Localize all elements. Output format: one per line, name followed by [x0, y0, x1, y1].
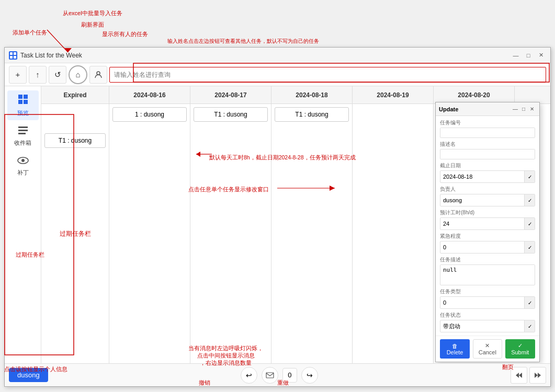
- col-header-0818: 2024-08-18: [271, 86, 353, 103]
- ann-show-all: 显示所有人的任务: [102, 30, 148, 38]
- check-hours-btn[interactable]: ✓: [524, 218, 535, 229]
- svg-marker-11: [516, 373, 519, 378]
- dialog-maximize[interactable]: □: [519, 105, 528, 113]
- col-header-0817: 2024-08-17: [190, 86, 271, 103]
- input-description[interactable]: null: [440, 265, 535, 284]
- svg-point-9: [21, 159, 25, 162]
- label-task-type: 任务类型: [440, 288, 535, 295]
- task-cell-expired[interactable]: T1 : dusong: [44, 133, 106, 148]
- input-task-id[interactable]: [440, 128, 535, 137]
- form-row-task-status: 任务状态 ✓: [440, 312, 535, 332]
- dialog-title: Update: [439, 106, 458, 112]
- label-task-status: 任务状态: [440, 312, 535, 319]
- input-task-name[interactable]: [440, 149, 535, 159]
- main-content: Expired 2024-08-16 2024-08-17 2024-08-18…: [41, 86, 550, 363]
- check-priority-btn[interactable]: ✓: [524, 241, 535, 253]
- form-row-task-name: 描述名: [440, 141, 535, 159]
- redo-button[interactable]: ↪: [301, 367, 318, 384]
- form-row-task-type: 任务类型 ✓: [440, 288, 535, 309]
- submit-button[interactable]: ✓ Submit: [505, 339, 535, 359]
- check-task-type-btn[interactable]: ✓: [524, 297, 535, 308]
- svg-marker-14: [538, 373, 541, 378]
- task-cell-0817-r1[interactable]: T1 : dusong: [194, 107, 268, 122]
- svg-rect-5: [18, 126, 28, 128]
- col-header-0819: 2024-08-19: [353, 86, 434, 103]
- svg-rect-1: [18, 95, 22, 99]
- home-button[interactable]: ⌂: [69, 65, 87, 84]
- search-input[interactable]: [109, 67, 546, 83]
- grid-col-0816: 1 : dusong: [109, 104, 190, 363]
- minimize-button[interactable]: —: [511, 50, 521, 61]
- svg-rect-6: [18, 130, 28, 131]
- svg-point-0: [97, 72, 100, 75]
- dialog-close[interactable]: ✕: [528, 105, 536, 113]
- dialog-minimize[interactable]: —: [511, 105, 519, 113]
- sidebar: 预览 收件箱 补丁: [5, 86, 41, 363]
- dialog-body: 任务编号 描述名 截止日期: [436, 116, 539, 336]
- svg-rect-7: [18, 133, 26, 134]
- sidebar-item-patch[interactable]: 补丁: [7, 152, 39, 180]
- add-task-button[interactable]: +: [9, 66, 27, 84]
- grid-col-0819: [353, 104, 434, 363]
- input-task-type[interactable]: [440, 298, 524, 307]
- sidebar-label-patch: 补丁: [17, 169, 29, 177]
- label-assignee: 负责人: [440, 186, 535, 193]
- mail-button[interactable]: [262, 367, 278, 384]
- sidebar-item-preview[interactable]: 预览: [7, 90, 39, 120]
- svg-rect-3: [18, 100, 22, 104]
- col-header-expired: Expired: [41, 86, 109, 103]
- list-icon: [17, 125, 29, 137]
- maximize-button[interactable]: □: [523, 50, 534, 61]
- input-assignee[interactable]: [440, 195, 524, 205]
- user-button[interactable]: dusong: [9, 368, 48, 382]
- svg-marker-12: [519, 373, 522, 378]
- form-row-task-id: 任务编号: [440, 119, 535, 138]
- col-header-0816: 2024-08-16: [109, 86, 190, 103]
- message-badge: 0: [282, 368, 297, 383]
- input-task-status[interactable]: [440, 321, 524, 331]
- sidebar-item-inbox[interactable]: 收件箱: [7, 122, 39, 150]
- label-task-name: 描述名: [440, 141, 535, 148]
- grid-col-0817: T1 : dusong: [190, 104, 271, 363]
- task-cell-0816-r1[interactable]: 1 : dusong: [112, 107, 187, 122]
- col-header-0820: 2024-08-20: [434, 86, 515, 103]
- input-priority[interactable]: [440, 243, 524, 252]
- grid-col-0818: T1 : dusong: [271, 104, 353, 363]
- status-bar: dusong ↩ 0 ↪: [5, 363, 550, 386]
- check-task-status-btn[interactable]: ✓: [524, 320, 535, 332]
- eye-icon: [17, 155, 29, 167]
- check-deadline-btn[interactable]: ✓: [524, 171, 535, 182]
- window-body: 预览 收件箱 补丁: [5, 86, 550, 363]
- svg-rect-4: [24, 100, 28, 104]
- main-window: Task List for the Week — □ ✕ + ↑ ↺ ⌂: [4, 47, 551, 387]
- label-task-id: 任务编号: [440, 119, 535, 126]
- ann-query-hint: 输入姓名点击左边按钮可查看其他人任务，默认不写为自己的任务: [167, 38, 319, 45]
- next-page-button[interactable]: [529, 367, 546, 384]
- check-assignee-btn[interactable]: ✓: [524, 194, 535, 206]
- title-bar: Task List for the Week — □ ✕: [5, 48, 550, 63]
- ann-refresh: 刷新界面: [81, 21, 104, 29]
- dialog-title-bar: Update — □ ✕: [436, 102, 539, 116]
- toolbar: + ↑ ↺ ⌂: [5, 63, 550, 86]
- delete-button[interactable]: 🗑 Delete: [440, 339, 470, 359]
- close-button[interactable]: ✕: [536, 50, 546, 61]
- sidebar-label-preview: 预览: [17, 109, 29, 117]
- label-priority: 紧急程度: [440, 233, 535, 240]
- task-cell-0818-r1[interactable]: T1 : dusong: [275, 107, 349, 122]
- prev-page-button[interactable]: [511, 367, 527, 384]
- input-deadline[interactable]: [440, 172, 524, 181]
- input-hours[interactable]: [440, 219, 524, 228]
- import-button[interactable]: ↑: [29, 66, 47, 84]
- window-controls: — □ ✕: [511, 50, 546, 61]
- person-button[interactable]: [89, 66, 107, 84]
- label-description: 任务描述: [440, 256, 535, 263]
- update-dialog: Update — □ ✕ 任务编号 描述名: [435, 102, 540, 362]
- cancel-button[interactable]: ✕ Cancel: [473, 339, 502, 359]
- grid-col-expired: T1 : dusong 过期任务栏: [41, 104, 109, 363]
- refresh-button[interactable]: ↺: [49, 66, 66, 84]
- form-row-deadline: 截止日期 ✓: [440, 162, 535, 183]
- undo-button[interactable]: ↩: [241, 367, 257, 384]
- ann-import-excel: 从excel中批量导入任务: [63, 9, 122, 17]
- app-icon: [9, 51, 17, 60]
- form-row-hours: 预计工时(8h/d) ✓: [440, 209, 535, 230]
